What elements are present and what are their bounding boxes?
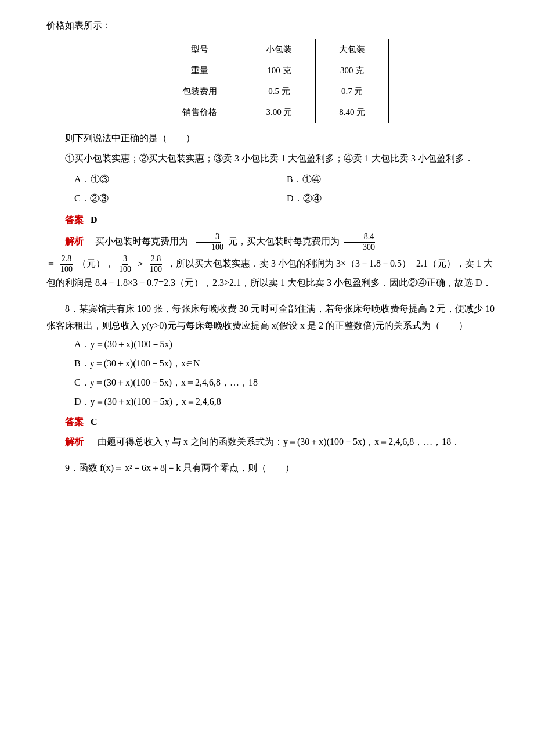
q8-analysis-text — [86, 437, 95, 447]
q8-option-d: D．y＝(30＋x)(100－5x)，x＝2,4,6,8 — [74, 394, 499, 411]
q7-option-d: D．②④ — [287, 189, 499, 208]
q7-frac3-den: 100 — [59, 265, 74, 275]
q8-analysis-content: 由题可得总收入 y 与 x 之间的函数关系式为：y＝(30＋x)(100－5x)… — [98, 437, 460, 447]
q7-frac1-num: 3 — [196, 232, 221, 243]
q8-answer-line: 答案 C — [65, 414, 499, 431]
q7-frac3-num: 2.8 — [60, 254, 73, 265]
q7-option-a: A．①③ — [74, 170, 287, 189]
q7-analysis-text2: 元，买大包装时每克费用为 — [228, 236, 340, 246]
table-row-price-small: 3.00 元 — [243, 102, 316, 123]
table-row-weight-small: 100 克 — [243, 60, 316, 81]
q9-text: 函数 f(x)＝|x²－6x＋8|－k 只有两个零点，则（ ） — [79, 463, 294, 473]
q8-answer-label: 答案 — [65, 417, 84, 427]
q7-analysis-unit: （元）， — [77, 258, 114, 268]
q7-analysis: 解析 买小包装时每克费用为 3 100 元，买大包装时每克费用为 8.4 300… — [46, 232, 499, 291]
q7-option-b: B．①④ — [287, 170, 499, 189]
q9-number: 9 — [65, 463, 70, 473]
q8-question: 8．某宾馆共有床 100 张，每张床每晚收费 30 元时可全部住满，若每张床每晚… — [46, 301, 499, 334]
price-table: 型号 小包装 大包装 重量 100 克 300 克 包装费用 0.5 元 0.7… — [157, 39, 389, 123]
table-header-small: 小包装 — [243, 39, 316, 60]
q8-answer-value: C — [91, 417, 98, 427]
q9-section: 9．函数 f(x)＝|x²－6x＋8|－k 只有两个零点，则（ ） — [46, 460, 499, 477]
table-row-pack-small: 0.5 元 — [243, 81, 316, 102]
q7-option-c: C．②③ — [74, 189, 287, 208]
table-row-weight-large: 300 克 — [316, 60, 389, 81]
q8-section: 8．某宾馆共有床 100 张，每张床每晚收费 30 元时可全部住满，若每张床每晚… — [46, 301, 499, 451]
q7-analysis-label: 解析 — [65, 236, 84, 246]
q7-conditions: ①买小包装实惠；②买大包装实惠；③卖 3 小包比卖 1 大包盈利多；④卖 1 大… — [46, 150, 499, 167]
q8-text: 某宾馆共有床 100 张，每张床每晚收费 30 元时可全部住满，若每张床每晚收费… — [46, 304, 495, 330]
table-row-pack-label: 包装费用 — [157, 81, 243, 102]
q7-options: A．①③ B．①④ C．②③ D．②④ — [74, 170, 499, 208]
q7-analysis-text1: 买小包装时每克费用为 — [86, 236, 188, 246]
q8-number: 8 — [65, 304, 70, 314]
q7-gt: ＞ — [136, 258, 145, 268]
intro-text: 价格如表所示： — [46, 17, 499, 34]
q7-analysis-eq: ＝ — [46, 258, 56, 268]
q7-fraction-compare2: 2.8 100 — [149, 254, 163, 275]
table-row-weight-label: 重量 — [157, 60, 243, 81]
q8-analysis-label: 解析 — [65, 437, 84, 447]
q7-answer-line: 答案 D — [65, 212, 499, 229]
q7-answer-value: D — [91, 215, 98, 225]
q7-fraction2: 8.4 300 — [343, 232, 376, 253]
q7-question: 则下列说法中正确的是（ ） — [46, 130, 499, 147]
q7-fraction-compare1: 3 100 — [118, 254, 132, 275]
q8-option-c: C．y＝(30＋x)(100－5x)，x＝2,4,6,8，…，18 — [74, 375, 499, 391]
table-header-model: 型号 — [157, 39, 243, 60]
table-row-price-large: 8.40 元 — [316, 102, 389, 123]
q8-options: A．y＝(30＋x)(100－5x) B．y＝(30＋x)(100－5x)，x∈… — [74, 336, 499, 410]
q9-question: 9．函数 f(x)＝|x²－6x＋8|－k 只有两个零点，则（ ） — [46, 460, 499, 477]
table-row-price-label: 销售价格 — [157, 102, 243, 123]
q7-answer-label: 答案 — [65, 215, 84, 225]
q8-option-a: A．y＝(30＋x)(100－5x) — [74, 336, 499, 353]
q8-option-b: B．y＝(30＋x)(100－5x)，x∈N — [74, 355, 499, 372]
q7-fraction1: 3 100 — [192, 232, 225, 253]
q7-fraction3: 2.8 100 — [59, 254, 74, 275]
q7-frac2-den: 300 — [343, 243, 376, 253]
q7-frac1-den: 100 — [192, 243, 225, 253]
q7-frac2-num: 8.4 — [344, 232, 376, 243]
q8-analysis: 解析 由题可得总收入 y 与 x 之间的函数关系式为：y＝(30＋x)(100－… — [46, 434, 499, 451]
table-row-pack-large: 0.7 元 — [316, 81, 389, 102]
table-header-large: 大包装 — [316, 39, 389, 60]
